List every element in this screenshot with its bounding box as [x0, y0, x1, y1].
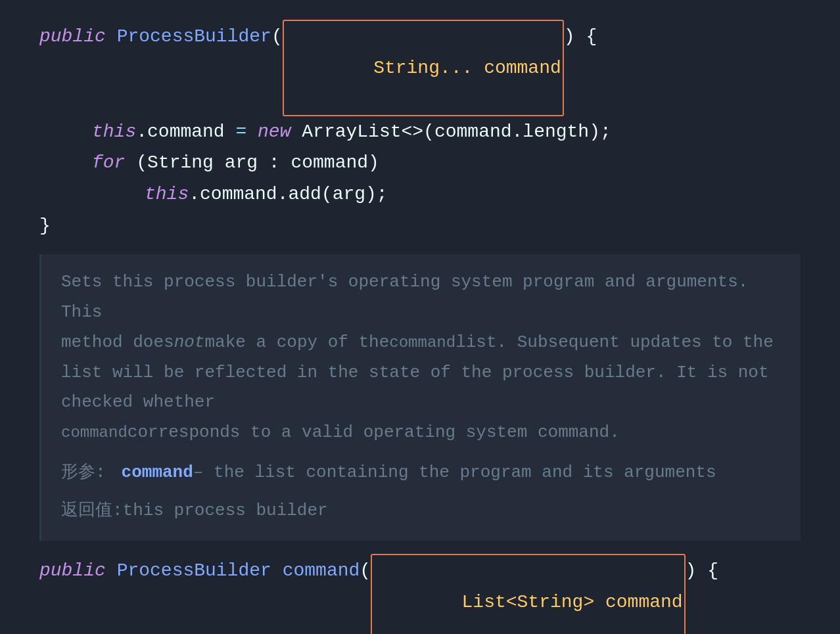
constructor-line3: for (String arg : command) [39, 147, 801, 179]
keyword-new-1: new [258, 116, 291, 148]
method-block: public ProcessBuilder command ( List<Str… [39, 554, 801, 634]
keyword-public-2: public [39, 555, 106, 587]
constructor-line1: public ProcessBuilder ( String... comman… [39, 20, 801, 116]
doc-para2: method does not make a copy of the comma… [61, 327, 781, 358]
doc-para4: command corresponds to a valid operating… [61, 418, 781, 448]
constructor-line2: this .command = new ArrayList<>(command.… [39, 116, 801, 148]
doc-para3: list will be reflected in the state of t… [61, 358, 781, 418]
doc-return-row: 返回值: this process builder [61, 493, 781, 528]
constructor-line5: } [39, 210, 801, 242]
method-line1: public ProcessBuilder command ( List<Str… [39, 554, 801, 634]
keyword-this-1: this [92, 116, 136, 148]
keyword-public: public [39, 21, 106, 53]
method-command-name: command [271, 555, 360, 587]
doc-block: Sets this process builder's operating sy… [39, 254, 801, 541]
param-box-list-command: List<String> command [371, 554, 685, 634]
constructor-block: public ProcessBuilder ( String... comman… [39, 20, 801, 241]
doc-para1: Sets this process builder's operating sy… [61, 267, 781, 327]
keyword-for: for [92, 147, 125, 179]
constructor-line4: this .command.add(arg); [39, 179, 801, 210]
code-container: public ProcessBuilder ( String... comman… [0, 0, 840, 634]
class-processbuilder: ProcessBuilder [117, 21, 271, 53]
class-processbuilder-2: ProcessBuilder [117, 555, 271, 587]
doc-param-row: 形参: command – the list containing the pr… [61, 455, 781, 489]
param-box-string-command: String... command [283, 20, 564, 116]
keyword-this-2: this [145, 179, 189, 210]
